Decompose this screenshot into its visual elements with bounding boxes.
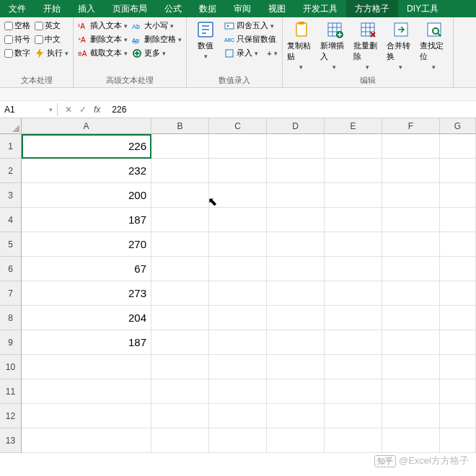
row-7[interactable]: 7 [0, 281, 22, 306]
value-button[interactable]: 数值▾ [191, 20, 220, 60]
insert-text-button[interactable]: ¹A插入文本▾ [78, 20, 128, 31]
chk-space[interactable]: 空格 [4, 20, 30, 31]
row-6[interactable]: 6 [0, 257, 22, 281]
tab-diy[interactable]: DIY工具 [398, 0, 447, 17]
row-2[interactable]: 2 [0, 159, 22, 183]
find-icon [425, 20, 444, 39]
cell-B1[interactable] [151, 134, 209, 159]
svg-rect-13 [299, 22, 304, 25]
row-8[interactable]: 8 [0, 306, 22, 330]
copy-paste-button[interactable]: 复制粘贴▾ [287, 20, 316, 71]
col-C[interactable]: C [209, 118, 267, 134]
batch-delete-button[interactable]: 批量删除▾ [353, 20, 382, 71]
cell-D1[interactable] [267, 134, 325, 159]
chk-english[interactable]: 英文 [35, 20, 69, 31]
cut-text-icon: ≡A [78, 48, 88, 58]
cell-A9[interactable]: 187 [22, 330, 151, 355]
group-label-adv: 高级文本处理 [78, 74, 182, 86]
select-all-corner[interactable] [0, 118, 22, 134]
cell-A13[interactable] [22, 428, 151, 453]
name-box[interactable]: A1▾ [0, 103, 58, 116]
case-button[interactable]: Ab大小写▾ [132, 20, 182, 31]
tab-data[interactable]: 数据 [190, 0, 225, 17]
cell-A11[interactable] [22, 379, 151, 404]
abc-icon: ABC [224, 35, 234, 45]
exec-button[interactable]: 执行▾ [35, 48, 69, 58]
clipboard-icon [292, 20, 311, 39]
col-A[interactable]: A [22, 118, 151, 134]
hint-bar [0, 88, 476, 101]
row-5[interactable]: 5 [0, 232, 22, 257]
input-icon [224, 48, 234, 58]
col-D[interactable]: D [267, 118, 325, 134]
plus-icon[interactable]: + [267, 49, 271, 58]
more-button[interactable]: 更多▾ [132, 48, 182, 58]
tab-formula[interactable]: 公式 [156, 0, 190, 17]
tab-home[interactable]: 开始 [35, 0, 69, 17]
col-E[interactable]: E [325, 118, 382, 134]
chevron-down-icon: ▾ [49, 106, 53, 113]
formula-input[interactable] [107, 103, 476, 116]
cell-A4[interactable]: 187 [22, 208, 151, 232]
row-12[interactable]: 12 [0, 404, 22, 428]
grid: A B C D E F G 1 226 2 232 3 200 4 187 5 … [0, 118, 476, 453]
tab-insert[interactable]: 插入 [69, 0, 104, 17]
trim-icon: A͟B [132, 35, 142, 45]
find-locate-button[interactable]: 查找定位▾ [420, 20, 449, 71]
fx-icon[interactable]: fx [94, 105, 100, 115]
chk-symbol[interactable]: 符号 [4, 34, 30, 45]
cell-A5[interactable]: 270 [22, 232, 151, 257]
cell-F1[interactable] [382, 134, 440, 159]
group-text: 空格 符号 数字 英文 中文 执行▾ 文本处理 [0, 17, 74, 87]
keep-number-button[interactable]: ABC只保留数值 [224, 34, 278, 45]
row-11[interactable]: 11 [0, 379, 22, 404]
insert-new-button[interactable]: 新增插入▾ [320, 20, 349, 71]
svg-text:ABC: ABC [224, 38, 234, 43]
cell-A2[interactable]: 232 [22, 159, 151, 183]
delete-cells-icon [358, 20, 377, 39]
row-4[interactable]: 4 [0, 208, 22, 232]
svg-text:A͟B: A͟B [132, 38, 139, 44]
cell-G1[interactable] [440, 134, 476, 159]
row-1[interactable]: 1 [0, 134, 22, 159]
chk-number[interactable]: 数字 [4, 48, 30, 58]
cell-A7[interactable]: 273 [22, 281, 151, 306]
cell-A10[interactable] [22, 355, 151, 379]
svg-text:≡A: ≡A [78, 50, 87, 58]
tab-view[interactable]: 视图 [260, 0, 294, 17]
row-3[interactable]: 3 [0, 183, 22, 208]
lightning-icon [35, 48, 45, 58]
cancel-icon[interactable]: ✕ [65, 105, 72, 115]
accept-icon[interactable]: ✓ [79, 105, 87, 115]
input-button[interactable]: 录入▾ +▾ [224, 48, 278, 58]
menu-tabs: 文件 开始 插入 页面布局 公式 数据 审阅 视图 开发工具 方方格子 DIY工… [0, 0, 476, 17]
value-icon [196, 20, 215, 39]
chk-chinese[interactable]: 中文 [35, 34, 69, 45]
delete-text-button[interactable]: ˣA删除文本▾ [78, 34, 128, 45]
merge-icon [392, 20, 410, 39]
round-button[interactable]: 四舍五入▾ [224, 20, 278, 31]
row-13[interactable]: 13 [0, 428, 22, 453]
cell-A6[interactable]: 67 [22, 257, 151, 281]
row-9[interactable]: 9 [0, 330, 22, 355]
cell-A8[interactable]: 204 [22, 306, 151, 330]
group-label-text: 文本处理 [4, 74, 69, 86]
trim-button[interactable]: A͟B删除空格▾ [132, 34, 182, 45]
tab-review[interactable]: 审阅 [225, 0, 260, 17]
cell-A1[interactable]: 226 [22, 134, 151, 159]
merge-convert-button[interactable]: 合并转换▾ [387, 20, 415, 71]
col-G[interactable]: G [440, 118, 476, 134]
cell-C1[interactable] [209, 134, 267, 159]
tab-dev[interactable]: 开发工具 [294, 0, 346, 17]
tab-file[interactable]: 文件 [0, 0, 35, 17]
col-B[interactable]: B [151, 118, 209, 134]
row-10[interactable]: 10 [0, 355, 22, 379]
cell-A3[interactable]: 200 [22, 183, 151, 208]
tab-layout[interactable]: 页面布局 [104, 0, 156, 17]
cell-A12[interactable] [22, 404, 151, 428]
cell-E1[interactable] [325, 134, 382, 159]
tab-fanggezi[interactable]: 方方格子 [346, 0, 398, 17]
col-F[interactable]: F [382, 118, 440, 134]
cut-text-button[interactable]: ≡A截取文本▾ [78, 48, 128, 58]
svg-rect-8 [225, 23, 234, 29]
